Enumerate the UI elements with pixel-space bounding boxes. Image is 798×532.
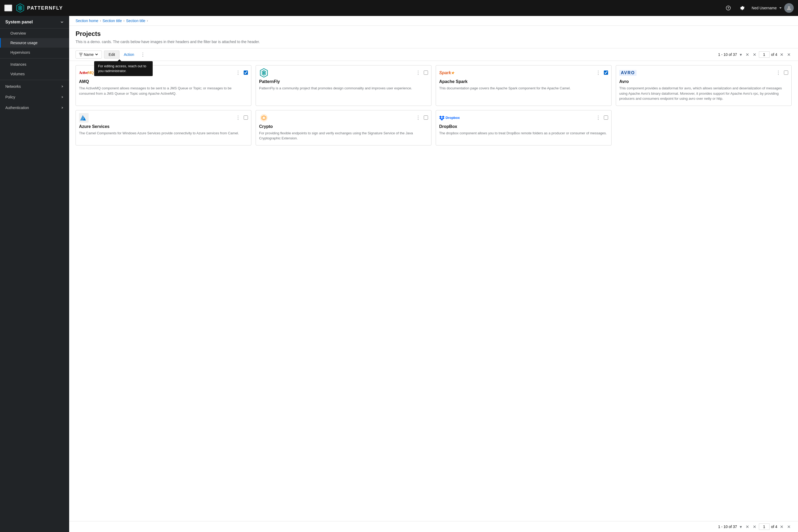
card-checkbox[interactable]: [424, 71, 428, 75]
footer-pagination-next-page-button[interactable]: ✕: [779, 524, 784, 530]
card-body: AMQ The ActiveMQ component allows messag…: [76, 79, 251, 106]
chevron-down-icon: [779, 6, 782, 10]
kebab-menu-button[interactable]: ⋮: [138, 51, 147, 58]
dropbox-logo: Dropbox: [439, 115, 460, 120]
card-description: The ActiveMQ component allows messages t…: [79, 86, 248, 96]
svg-text:?: ?: [727, 6, 729, 10]
card-checkbox[interactable]: [244, 115, 248, 120]
settings-button[interactable]: [738, 4, 746, 12]
sidebar-item-label: Hypervisors: [11, 50, 30, 55]
card-title: Azure Services: [79, 124, 248, 129]
card-title: DropBox: [439, 124, 608, 129]
help-button[interactable]: ?: [724, 4, 733, 12]
sidebar-section-header[interactable]: System panel: [0, 16, 69, 28]
footer-pagination-prev-page-button[interactable]: ✕: [752, 524, 757, 530]
edit-button[interactable]: Edit: [104, 51, 119, 58]
card-kebab-button[interactable]: ⋮: [233, 114, 243, 121]
help-icon: ?: [726, 5, 731, 11]
card-title: Crypto: [259, 124, 428, 129]
pagination-count: 1 - 10 of 37: [718, 52, 737, 57]
main-layout: System panel Overview Resource usage Hyp…: [0, 16, 798, 532]
card-header: AVRO ⋮: [616, 65, 791, 79]
avatar: [784, 3, 794, 13]
card-actions: ⋮: [414, 114, 428, 121]
card-actions: ⋮: [414, 69, 428, 77]
pagination-prev-page-button[interactable]: ✕: [752, 52, 757, 58]
pagination-next-button[interactable]: ✕: [786, 52, 792, 58]
card-body: Avro This component provides a dataforma…: [616, 79, 791, 106]
card-kebab-button[interactable]: ⋮: [233, 69, 243, 77]
card-checkbox[interactable]: [244, 71, 248, 75]
pagination-dropdown-button[interactable]: ▾: [739, 52, 743, 58]
footer-pagination-next-button[interactable]: ✕: [786, 524, 792, 530]
azure-logo-icon: [79, 113, 89, 122]
crypto-logo-icon: [259, 113, 269, 122]
card-logo: ActiveMQ: [79, 69, 93, 77]
card-logo: Dropbox: [439, 114, 460, 122]
chevron-right-icon: [61, 85, 64, 88]
card-header: ActiveMQ ⋮: [76, 65, 251, 79]
card-actions: ⋮: [233, 114, 248, 121]
card-description: PatternFly is a community project that p…: [259, 86, 428, 91]
breadcrumb-separator: ›: [124, 19, 125, 23]
filter-name-button[interactable]: Name: [76, 51, 102, 58]
footer-pagination-prev-button[interactable]: ✕: [744, 524, 750, 530]
card-checkbox[interactable]: [784, 71, 788, 75]
sidebar-item-overview[interactable]: Overview: [0, 28, 69, 38]
breadcrumb-item-1[interactable]: Section title: [103, 19, 122, 23]
edit-tooltip-wrapper: Edit For editing access, reach out to yo…: [104, 51, 119, 58]
brand-logo-icon: [15, 3, 25, 13]
sidebar-item-hypervisors[interactable]: Hypervisors: [0, 48, 69, 57]
sidebar-item-label: Resource usage: [11, 41, 38, 45]
svg-point-15: [263, 117, 265, 119]
card-kebab-button[interactable]: ⋮: [774, 69, 783, 77]
card-title: AMQ: [79, 79, 248, 84]
card-checkbox[interactable]: [604, 71, 608, 75]
top-nav-right: ? Ned Username: [724, 3, 794, 13]
pagination-total: of 4: [771, 52, 777, 57]
card-kebab-button[interactable]: ⋮: [414, 114, 423, 121]
card-checkbox[interactable]: [604, 115, 608, 120]
chevron-down-icon: [95, 53, 98, 56]
sidebar-item-policy[interactable]: Policy: [0, 92, 69, 102]
sidebar-item-volumes[interactable]: Volumes: [0, 69, 69, 79]
pagination-page-input[interactable]: 1: [759, 51, 770, 58]
sidebar-item-authentication[interactable]: Authentication: [0, 102, 69, 113]
card-body: Apache Spark This documentation page cov…: [436, 79, 611, 106]
pagination-prev-button[interactable]: ✕: [744, 52, 750, 58]
user-dropdown[interactable]: Ned Username: [752, 3, 794, 13]
card-kebab-button[interactable]: ⋮: [414, 69, 423, 77]
sidebar-nav-label: Policy: [5, 95, 15, 99]
card-title: Apache Spark: [439, 79, 608, 84]
chevron-down-icon: [60, 20, 64, 24]
sidebar-section-title: System panel: [5, 20, 33, 24]
action-button[interactable]: Action: [121, 51, 136, 58]
sidebar-divider-2: [0, 80, 69, 80]
gear-icon: [740, 5, 744, 11]
cards-container: ActiveMQ ⋮ AMQ The ActiveMQ component al…: [69, 61, 798, 521]
card-body: Azure Services The Camel Components for …: [76, 124, 251, 145]
sidebar-item-label: Volumes: [11, 72, 25, 76]
card-patternfly: ⋮ PatternFly PatternFly is a community p…: [255, 65, 432, 106]
breadcrumb-item-home[interactable]: Section home: [76, 19, 98, 23]
card-azure: ⋮ Azure Services The Camel Components fo…: [76, 110, 251, 146]
card-kebab-button[interactable]: ⋮: [594, 69, 603, 77]
card-header: ⋮: [76, 110, 251, 124]
pagination-next-page-button[interactable]: ✕: [779, 52, 784, 58]
cards-grid: ActiveMQ ⋮ AMQ The ActiveMQ component al…: [76, 65, 792, 146]
footer-pagination-page-input[interactable]: 1: [759, 524, 770, 530]
breadcrumb-item-2[interactable]: Section title: [126, 19, 145, 23]
card-logo: [259, 69, 269, 77]
card-logo: [259, 114, 269, 122]
content-footer: 1 - 10 of 37 ▾ ✕ ✕ 1 of 4 ✕ ✕: [69, 521, 798, 532]
sidebar-item-networks[interactable]: Networks: [0, 81, 69, 92]
card-body: DropBox The dropbox component allows you…: [436, 124, 611, 145]
footer-pagination-dropdown-button[interactable]: ▾: [739, 524, 743, 530]
card-actions: ⋮: [233, 69, 248, 77]
card-kebab-button[interactable]: ⋮: [594, 114, 603, 121]
card-checkbox[interactable]: [424, 115, 428, 120]
sidebar-item-instances[interactable]: Instances: [0, 60, 69, 69]
sidebar-item-resource-usage[interactable]: Resource usage: [0, 38, 69, 48]
hamburger-menu[interactable]: [4, 4, 12, 12]
card-body: PatternFly PatternFly is a community pro…: [256, 79, 431, 106]
